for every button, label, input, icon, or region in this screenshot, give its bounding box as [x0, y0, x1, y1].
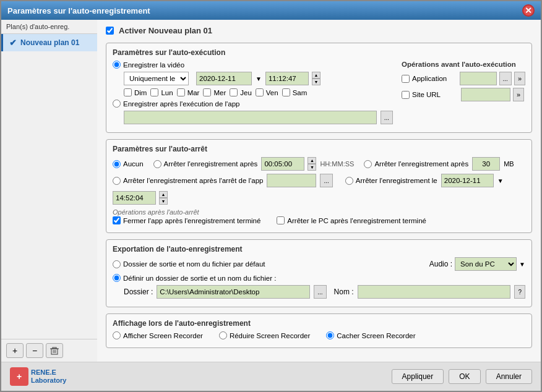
- plan-check-icon: ✔: [9, 38, 17, 48]
- audio-arrow[interactable]: ▼: [519, 261, 525, 268]
- hide-radio-label[interactable]: Cacher Screen Recorder: [326, 331, 415, 339]
- default-folder-radio-label[interactable]: Dossier de sortie et nom du fichier par …: [113, 260, 265, 268]
- time-down-btn[interactable]: ▼: [312, 79, 320, 85]
- close-button[interactable]: ✕: [522, 4, 535, 17]
- close-app-checkbox[interactable]: [113, 216, 121, 224]
- checkbox-mer[interactable]: [203, 88, 211, 96]
- custom-folder-radio-row: Définir un dossier de sortie et un nom d…: [113, 274, 525, 282]
- stop-duration-radio-label[interactable]: Arrêter l'enregistrement après: [153, 160, 258, 168]
- stop-date-radio[interactable]: [345, 177, 353, 185]
- sidebar-header: Plan(s) d'auto-enreg.: [1, 20, 97, 34]
- folder-label: Dossier :: [124, 288, 153, 296]
- record-video-radio[interactable]: [113, 61, 121, 69]
- reduce-radio[interactable]: [219, 331, 227, 339]
- stop-app-radio-label[interactable]: Arrêter l'enregistrement après l'arrêt d…: [113, 177, 263, 185]
- folder-input[interactable]: [157, 285, 310, 299]
- default-folder-radio[interactable]: [113, 260, 121, 268]
- execute-after-radio[interactable]: [113, 100, 121, 108]
- reduce-label: Réduire Screen Recorder: [230, 332, 310, 339]
- stop-options-row2: Arrêter l'enregistrement après l'arrêt d…: [113, 174, 525, 205]
- main-content: Plan(s) d'auto-enreg. ✔ Nouveau plan 01 …: [1, 20, 541, 362]
- checkbox-jeu[interactable]: [230, 88, 238, 96]
- day-lun[interactable]: Lun: [150, 88, 173, 96]
- cancel-button[interactable]: Annuler: [486, 369, 532, 384]
- audio-row: Audio : Son du PC ▼: [429, 257, 525, 271]
- stop-date-arrow[interactable]: ▼: [497, 177, 504, 184]
- day-jeu[interactable]: Jeu: [230, 88, 252, 96]
- audio-dropdown[interactable]: Son du PC: [455, 257, 517, 271]
- stop-time-up-btn[interactable]: ▲: [159, 191, 168, 198]
- app-ops-input[interactable]: [460, 72, 497, 85]
- stop-duration-radio[interactable]: [153, 160, 161, 168]
- shutdown-checkbox-label[interactable]: Arrêter le PC après l'enregistrement ter…: [277, 216, 426, 224]
- url-ops-arrow-btn[interactable]: »: [513, 88, 524, 101]
- stop-duration-input[interactable]: [261, 157, 304, 171]
- stop-app-dots-btn[interactable]: ...: [320, 174, 332, 187]
- url-ops-checkbox[interactable]: [402, 91, 410, 99]
- day-checkboxes: Dim Lun Mar Mer Jeu Ven Sam: [124, 88, 393, 96]
- stop-time-down-btn[interactable]: ▼: [159, 198, 168, 205]
- stop-duration-label: Arrêter l'enregistrement après: [164, 160, 258, 168]
- stop-date-input[interactable]: [441, 174, 494, 187]
- checkbox-sam[interactable]: [282, 88, 290, 96]
- day-mar[interactable]: Mar: [177, 88, 200, 96]
- stop-mb-radio-label[interactable]: Arrêter l'enregistrement après: [364, 160, 468, 168]
- day-sam[interactable]: Sam: [282, 88, 308, 96]
- execute-after-dots-btn[interactable]: ...: [381, 111, 393, 124]
- custom-folder-radio[interactable]: [113, 274, 121, 282]
- logo-area: + RENE.E Laboratory: [10, 367, 66, 386]
- start-date-input[interactable]: [196, 72, 252, 85]
- app-ops-checkbox[interactable]: [402, 75, 410, 83]
- stop-time-input[interactable]: [113, 191, 156, 205]
- footer-buttons: Appliquer OK Annuler: [392, 369, 532, 384]
- name-question-btn[interactable]: ?: [514, 285, 525, 299]
- hhmm-label: HH:MM:SS: [320, 160, 354, 168]
- stop-mb-radio[interactable]: [364, 160, 372, 168]
- execute-after-app-input[interactable]: [124, 111, 377, 124]
- delete-plan-button[interactable]: [46, 343, 63, 358]
- duration-down-btn[interactable]: ▼: [308, 164, 316, 171]
- stop-app-input[interactable]: [267, 174, 316, 187]
- show-radio[interactable]: [113, 331, 121, 339]
- checkbox-dim[interactable]: [124, 88, 132, 96]
- time-up-btn[interactable]: ▲: [312, 72, 320, 79]
- hide-radio[interactable]: [326, 331, 334, 339]
- checkbox-lun[interactable]: [150, 88, 158, 96]
- execute-after-radio-label[interactable]: Enregistrer après l'exécution de l'app: [113, 100, 240, 108]
- checkbox-ven[interactable]: [256, 88, 264, 96]
- start-time-input[interactable]: [265, 72, 309, 85]
- logo-line1: RENE.E: [31, 369, 66, 377]
- stop-mb-input[interactable]: [472, 157, 500, 171]
- reduce-radio-label[interactable]: Réduire Screen Recorder: [219, 331, 310, 339]
- day-dim[interactable]: Dim: [124, 88, 147, 96]
- activate-plan-checkbox[interactable]: [106, 27, 114, 35]
- app-ops-dots-btn[interactable]: ...: [499, 72, 512, 85]
- shutdown-checkbox[interactable]: [277, 216, 285, 224]
- folder-dots-btn[interactable]: ...: [314, 285, 326, 299]
- add-plan-button[interactable]: +: [6, 343, 24, 358]
- stop-none-radio-label[interactable]: Aucun: [113, 160, 144, 168]
- apply-button[interactable]: Appliquer: [392, 369, 444, 384]
- name-input[interactable]: [358, 285, 511, 299]
- stop-date-radio-label[interactable]: Arrêter l'enregistrement le: [345, 177, 437, 185]
- remove-plan-button[interactable]: −: [26, 343, 43, 358]
- stop-none-radio[interactable]: [113, 160, 121, 168]
- date-dropdown-arrow[interactable]: ▼: [256, 75, 262, 82]
- stop-app-radio[interactable]: [113, 177, 121, 185]
- day-mer[interactable]: Mer: [203, 88, 226, 96]
- record-video-radio-label[interactable]: Enregistrer la vidéo: [113, 61, 184, 69]
- ok-button[interactable]: OK: [449, 369, 480, 384]
- frequency-dropdown[interactable]: Uniquement le: [124, 72, 189, 85]
- checkbox-mar[interactable]: [177, 88, 185, 96]
- duration-up-btn[interactable]: ▲: [308, 157, 316, 164]
- url-ops-input[interactable]: [461, 88, 510, 101]
- show-radio-label[interactable]: Afficher Screen Recorder: [113, 331, 203, 339]
- app-ops-arrow-btn[interactable]: »: [514, 72, 525, 85]
- sidebar-item-plan[interactable]: ✔ Nouveau plan 01: [1, 34, 97, 51]
- schedule-row: Uniquement le ▼ ▲ ▼: [124, 72, 393, 85]
- logo-line2: Laboratory: [31, 377, 66, 385]
- custom-folder-radio-label[interactable]: Définir un dossier de sortie et un nom d…: [113, 274, 276, 282]
- show-label: Afficher Screen Recorder: [123, 332, 203, 339]
- day-ven[interactable]: Ven: [256, 88, 278, 96]
- close-app-checkbox-label[interactable]: Fermer l'app après l'enregistrement term…: [113, 216, 260, 224]
